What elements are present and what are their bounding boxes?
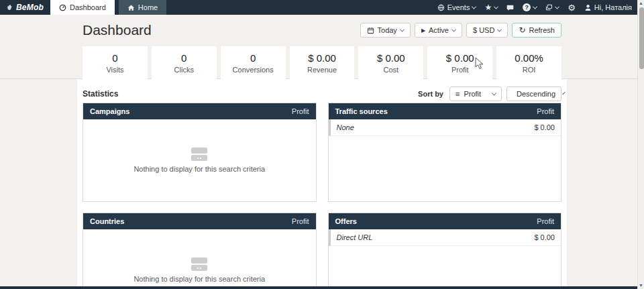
scroll-down-arrow[interactable]: ▼: [638, 282, 644, 289]
stat-value: $ 0.00: [446, 52, 474, 64]
date-range-label: Today: [378, 26, 397, 34]
panel-title: Traffic sources: [335, 107, 388, 115]
stat-card-clicks[interactable]: 0 Clicks: [152, 46, 217, 80]
chevron-down-icon: [497, 27, 502, 32]
currency-button[interactable]: $ USD: [466, 23, 508, 38]
status-filter-button[interactable]: ▶ Active: [415, 23, 462, 38]
statistics-title: Statistics: [83, 89, 118, 99]
events-menu[interactable]: Events: [437, 3, 476, 11]
brand-name: BeMob: [16, 3, 44, 12]
refresh-icon: ↻: [519, 25, 525, 35]
empty-state: Nothing to display for this search crite…: [83, 229, 316, 289]
chevron-down-icon: [533, 4, 537, 9]
chevron-down-icon: [494, 4, 498, 9]
chevron-down-icon: [451, 27, 456, 32]
stat-value: 0: [112, 52, 117, 64]
user-menu[interactable]: Ні, Наталія: [584, 3, 632, 11]
panel-body: None $ 0.00: [329, 119, 561, 201]
panel-header: Traffic sources Profit: [329, 103, 561, 119]
scroll-up-arrow[interactable]: ▲: [638, 0, 644, 7]
favorites-menu[interactable]: ★: [484, 3, 498, 11]
footer-bar: [0, 286, 637, 289]
chevron-down-icon: [555, 4, 559, 9]
sort-field-select[interactable]: ≡ Profit: [449, 86, 502, 101]
chevron-down-icon: [492, 91, 496, 95]
sort-field-value: Profit: [464, 90, 481, 98]
summary-stats-row: 0 Visits 0 Clicks 0 Conversions $ 0.00 R…: [83, 46, 561, 80]
tab-home-label: Home: [138, 3, 158, 11]
help-menu[interactable]: ?: [523, 3, 537, 11]
settings-button[interactable]: ⚙: [568, 3, 576, 12]
dashboard-filters: Today ▶ Active $ USD ↻ Refresh: [360, 23, 561, 38]
stat-value: 0.00%: [515, 52, 543, 64]
table-row[interactable]: None $ 0.00: [329, 119, 561, 136]
feedback-button[interactable]: [506, 4, 514, 11]
page-title: Dashboard: [83, 22, 152, 38]
empty-inbox-icon: [191, 148, 207, 161]
top-navigation-bar: BeMob Dashboard Home Events ★: [0, 0, 644, 15]
stat-card-cost[interactable]: $ 0.00 Cost: [358, 46, 423, 80]
row-value: $ 0.00: [534, 123, 555, 131]
bemob-logo[interactable]: BeMob: [0, 0, 50, 15]
chevron-down-icon: [400, 27, 405, 32]
sort-controls: Sort by ≡ Profit Descending: [418, 86, 561, 101]
stat-card-conversions[interactable]: 0 Conversions: [221, 46, 286, 80]
statistics-section: Statistics Sort by ≡ Profit: [77, 79, 567, 289]
chevron-down-icon: [472, 4, 476, 9]
panel-header: Countries Profit: [83, 213, 316, 229]
vertical-scrollbar[interactable]: ▲ ▼: [637, 0, 644, 289]
stat-label: Clicks: [174, 66, 194, 74]
date-range-button[interactable]: Today: [360, 23, 411, 38]
stat-card-visits[interactable]: 0 Visits: [83, 46, 148, 80]
stat-value: $ 0.00: [308, 52, 336, 64]
events-label: Events: [447, 3, 470, 11]
stat-card-revenue[interactable]: $ 0.00 Revenue: [290, 46, 355, 80]
gear-icon: ⚙: [568, 3, 576, 12]
workspace-menu[interactable]: [545, 4, 559, 11]
hamburger-icon: ≡: [455, 90, 460, 98]
status-filter-label: Active: [429, 26, 449, 34]
row-name: Direct URL: [337, 233, 373, 241]
stat-label: Profit: [451, 66, 469, 74]
stat-label: Visits: [106, 66, 123, 74]
panel-metric-label: Profit: [537, 107, 554, 115]
refresh-label: Refresh: [529, 26, 555, 34]
row-value: $ 0.00: [534, 233, 555, 241]
table-row[interactable]: Direct URL $ 0.00: [329, 229, 561, 246]
panels-grid: Campaigns Profit Nothing to display for …: [83, 103, 561, 289]
windows-icon: [545, 4, 553, 11]
panel-header: Offers Profit: [329, 213, 561, 229]
empty-state-text: Nothing to display for this search crite…: [133, 275, 265, 283]
tab-home[interactable]: Home: [119, 0, 166, 15]
empty-inbox-icon: [191, 257, 207, 271]
panel-metric-label: Profit: [292, 107, 309, 115]
panel-countries: Countries Profit Nothing to display for …: [83, 213, 317, 289]
panel-title: Countries: [90, 217, 124, 225]
dashboard-gauge-icon: [59, 4, 66, 11]
scrollbar-thumb[interactable]: [639, 7, 644, 69]
chat-icon: [506, 4, 514, 11]
stat-card-roi[interactable]: 0.00% ROI: [496, 46, 561, 80]
stat-value: 0: [181, 52, 186, 64]
panel-body: Nothing to display for this search crite…: [83, 119, 316, 201]
stat-label: ROI: [523, 66, 536, 74]
sort-direction-value: Descending: [517, 90, 555, 98]
panel-campaigns: Campaigns Profit Nothing to display for …: [83, 103, 317, 202]
refresh-button[interactable]: ↻ Refresh: [512, 23, 561, 38]
empty-state-text: Nothing to display for this search crite…: [133, 165, 265, 173]
stat-label: Cost: [384, 66, 399, 74]
panel-title: Offers: [335, 217, 357, 225]
tab-dashboard-label: Dashboard: [70, 3, 106, 11]
currency-label: $ USD: [473, 26, 494, 34]
sort-by-label: Sort by: [418, 90, 443, 98]
empty-state: Nothing to display for this search crite…: [83, 119, 316, 201]
tab-dashboard[interactable]: Dashboard: [50, 0, 115, 15]
play-icon: ▶: [421, 27, 425, 34]
sort-direction-select[interactable]: Descending: [506, 86, 561, 101]
panel-metric-label: Profit: [292, 217, 309, 225]
panel-metric-label: Profit: [537, 217, 554, 225]
bemob-hand-icon: [6, 4, 13, 11]
dashboard-header-section: Dashboard Today ▶ Active: [0, 15, 644, 79]
star-icon: ★: [484, 3, 492, 11]
mouse-cursor: [475, 57, 484, 70]
